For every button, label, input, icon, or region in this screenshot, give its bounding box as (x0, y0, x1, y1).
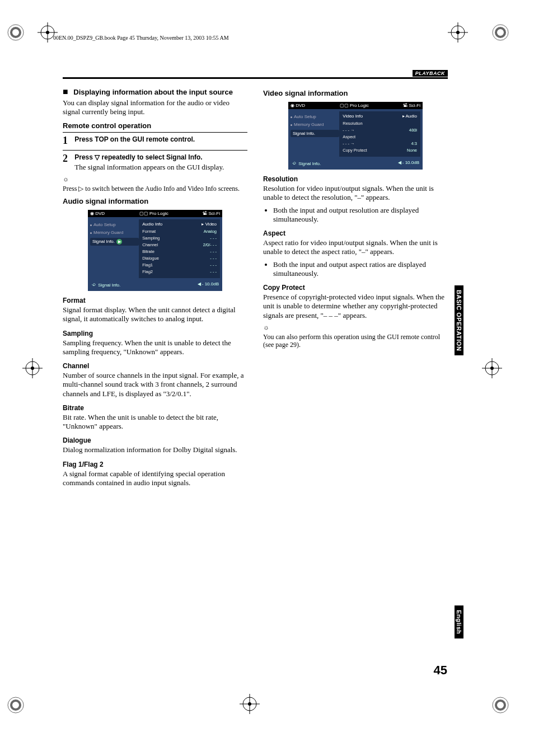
gui-panel-link: ▸ Video (202, 222, 217, 227)
gui-menu-item: Auto Setup (90, 222, 139, 227)
tip-text: You can also perform this operation usin… (263, 333, 448, 349)
def-title-bitrate: Bitrate (63, 404, 247, 412)
gui-volume-level: ◀ - 10.0dB (398, 160, 419, 166)
def-body-dialogue: Dialog normalization information for Dol… (63, 445, 247, 454)
page-content: PLAYBACK ■ Displaying information about … (63, 70, 448, 491)
def-title-resolution: Resolution (263, 175, 448, 183)
crosshair-icon (240, 694, 260, 714)
def-title-copyprotect: Copy Protect (263, 284, 448, 292)
tip-icon: ☼ (63, 175, 247, 184)
svg-point-19 (46, 31, 49, 34)
registration-mark-icon (489, 694, 512, 716)
svg-point-7 (496, 701, 505, 710)
svg-point-5 (11, 701, 20, 710)
right-column: Video signal information ◉ DVD ▢▢ Pro Lo… (263, 84, 448, 491)
step-2-description: The signal information appears on the GU… (74, 163, 242, 172)
svg-point-23 (248, 702, 251, 706)
def-body-bitrate: Bit rate. When the unit is unable to det… (63, 413, 247, 431)
aspect-bullet: Both the input and output aspect ratios … (273, 260, 448, 279)
def-title-dialogue: Dialogue (63, 436, 247, 444)
swirl-icon: ꩜ (292, 160, 297, 166)
gui-panel-link: ▸ Audio (402, 114, 417, 119)
page-number: 45 (434, 663, 447, 678)
def-body-sampling: Sampling frequency. When the unit is una… (63, 339, 247, 357)
def-body-flag: A signal format capable of identifying s… (63, 469, 247, 488)
gui-dsp-program: 📽 Sci-Fi (403, 103, 420, 108)
crosshair-icon (448, 22, 468, 43)
step-2: 2 Press ▽ repeatedly to select Signal In… (63, 153, 247, 172)
square-bullet-icon: ■ (63, 87, 68, 96)
gui-menu-item: Memory Guard (90, 230, 139, 235)
registration-mark-icon (4, 21, 27, 44)
left-column: ■ Displaying information about the input… (63, 84, 247, 491)
right-arrow-icon: ▷ (78, 185, 83, 192)
top-rule (63, 77, 448, 79)
step-number: 2 (63, 153, 73, 165)
def-body-channel: Number of source channels in the input s… (63, 371, 247, 398)
def-title-format: Format (63, 297, 247, 304)
gui-surround-mode: ▢▢ Pro Logic (139, 211, 168, 216)
side-tab-english: English (455, 605, 463, 638)
svg-point-3 (496, 28, 505, 37)
svg-point-27 (456, 31, 460, 34)
crosshair-icon (482, 358, 502, 378)
gui-surround-mode: ▢▢ Pro Logic (340, 103, 369, 108)
svg-point-15 (490, 367, 494, 370)
remote-operation-heading: Remote control operation (63, 121, 247, 130)
def-title-channel: Channel (63, 362, 247, 370)
gui-menu-item-selected: Signal Info.▶ (90, 238, 139, 246)
def-title-aspect: Aspect (263, 229, 448, 237)
gui-input-source: ◉ DVD (90, 211, 105, 216)
gui-video-screenshot: ◉ DVD ▢▢ Pro Logic 📽 Sci-Fi Auto Setup M… (288, 102, 423, 170)
section-title: ■ Displaying information about the input… (63, 87, 247, 97)
def-title-sampling: Sampling (63, 330, 247, 337)
down-arrow-icon: ▽ (95, 153, 100, 161)
svg-point-1 (11, 28, 20, 37)
book-header-line: 00EN.00_DSPZ9_GB.book Page 45 Thursday, … (53, 35, 229, 41)
def-body-format: Signal format display. When the unit can… (63, 306, 247, 324)
resolution-bullet: Both the input and output resolution are… (273, 206, 448, 224)
swirl-icon: ꩜ (91, 281, 97, 288)
crosshair-icon (22, 358, 43, 378)
gui-audio-screenshot: ◉ DVD ▢▢ Pro Logic 📽 Sci-Fi Auto Setup M… (88, 210, 222, 291)
step-1: 1 Press TOP on the GUI remote control. (63, 135, 247, 147)
def-body-resolution: Resolution for video input/output signal… (263, 184, 448, 203)
def-body-copyprotect: Presence of copyright-protected video in… (263, 293, 448, 320)
section-label: PLAYBACK (413, 70, 448, 77)
gui-menu-item: Memory Guard (291, 122, 339, 127)
audio-info-heading: Audio signal information (63, 197, 247, 205)
play-arrow-icon: ▶ (116, 239, 122, 245)
gui-volume-level: ◀ - 10.0dB (198, 281, 219, 288)
gui-panel-title: Audio Info (142, 222, 162, 227)
rule (63, 132, 247, 133)
def-title-flag: Flag 1/Flag 2 (63, 461, 247, 468)
gui-input-source: ◉ DVD (291, 103, 305, 108)
step-number: 1 (63, 135, 73, 147)
intro-paragraph: You can display signal information for t… (63, 98, 247, 117)
side-tab-operation: BASIC OPERATION (455, 285, 463, 355)
gui-menu-item: Auto Setup (291, 114, 339, 119)
registration-mark-icon (4, 694, 27, 716)
gui-panel-title: Video Info (343, 114, 363, 119)
registration-mark-icon (489, 21, 512, 44)
step-1-text: Press TOP on the GUI remote control. (74, 135, 195, 143)
tip-icon: ☼ (263, 323, 448, 332)
gui-dsp-program: 📽 Sci-Fi (203, 211, 220, 216)
def-body-aspect: Aspect ratio for video input/output sign… (263, 238, 448, 257)
svg-point-11 (31, 367, 34, 370)
title-text: Displaying information about the input s… (73, 88, 233, 96)
step-2-text-b: repeatedly to select Signal Info. (100, 153, 202, 161)
tip-text: Press ▷ to switch between the Audio Info… (63, 185, 247, 192)
rule (63, 150, 247, 151)
step-2-text-a: Press (74, 153, 95, 161)
gui-menu-item-selected: Signal Info. (291, 130, 339, 137)
video-info-heading: Video signal information (263, 89, 448, 97)
